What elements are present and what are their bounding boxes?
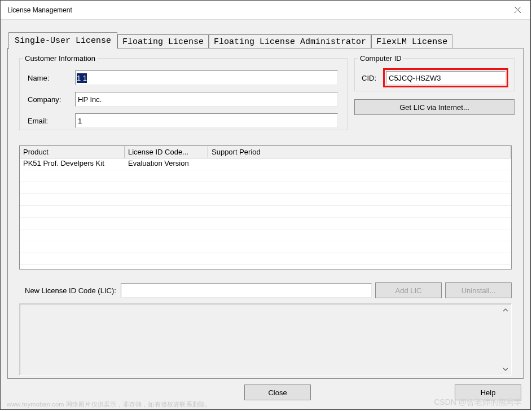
- col-product[interactable]: Product: [20, 146, 125, 158]
- table-row: [20, 194, 511, 206]
- col-lic[interactable]: License ID Code...: [125, 146, 208, 158]
- label-cid: CID:: [362, 74, 383, 82]
- tab-strip: Single-User License Floating License Flo…: [8, 32, 452, 48]
- table-row: [20, 218, 511, 229]
- name-field[interactable]: 1 1: [75, 70, 338, 85]
- message-panel: [19, 303, 512, 375]
- window: License Management Single-User License F…: [0, 0, 531, 410]
- uninstall-button[interactable]: Uninstall...: [445, 282, 512, 298]
- group-customer-info: Customer Information Name: 1 1 Company: …: [19, 54, 348, 130]
- close-icon[interactable]: [504, 1, 530, 19]
- label-name: Name:: [28, 74, 75, 82]
- scroll-up-icon[interactable]: [500, 305, 510, 315]
- label-new-lic: New License ID Code (LIC):: [25, 286, 116, 295]
- new-lic-field[interactable]: [121, 283, 372, 298]
- tab-panel: Customer Information Name: 1 1 Company: …: [7, 48, 524, 379]
- email-field[interactable]: [75, 113, 338, 128]
- col-support[interactable]: Support Period: [208, 146, 511, 158]
- label-company: Company:: [28, 95, 75, 104]
- table-row: [20, 229, 511, 241]
- grid-body: PK51 Prof. Develpers Kit Evaluation Vers…: [20, 158, 511, 269]
- add-lic-button[interactable]: Add LIC: [375, 282, 442, 298]
- table-row: [20, 253, 511, 265]
- close-button[interactable]: Close: [244, 385, 311, 400]
- table-row[interactable]: PK51 Prof. Develpers Kit Evaluation Vers…: [20, 158, 511, 170]
- table-row: [20, 206, 511, 218]
- watermark-right: CSDN @曾老师的熊同学: [434, 397, 522, 408]
- table-row: [20, 182, 511, 194]
- window-title: License Management: [7, 6, 72, 14]
- tab-floating-admin[interactable]: Floating License Administrator: [209, 34, 371, 48]
- group-computer-id: Computer ID CID:: [354, 54, 515, 91]
- cid-field[interactable]: [386, 71, 505, 85]
- table-row: [20, 170, 511, 182]
- titlebar: License Management: [1, 1, 530, 20]
- grid-header: Product License ID Code... Support Perio…: [20, 146, 511, 158]
- company-field[interactable]: [75, 92, 338, 107]
- new-lic-row: New License ID Code (LIC): Add LIC Unins…: [25, 282, 512, 299]
- legend-computer: Computer ID: [358, 54, 403, 63]
- cell-product: PK51 Prof. Develpers Kit: [20, 158, 125, 170]
- table-row: [20, 241, 511, 253]
- cell-support: [208, 158, 511, 170]
- tab-floating[interactable]: Floating License: [117, 34, 209, 48]
- scroll-down-icon[interactable]: [500, 364, 510, 374]
- name-value-selected: 1 1: [77, 73, 87, 83]
- tab-flexlm[interactable]: FlexLM License: [371, 34, 452, 48]
- cid-highlight-box: [383, 68, 508, 87]
- cell-lic: Evaluation Version: [125, 158, 208, 170]
- client-area: Single-User License Floating License Flo…: [1, 20, 530, 409]
- label-email: Email:: [28, 117, 75, 125]
- legend-customer: Customer Information: [23, 54, 97, 63]
- tab-single-user[interactable]: Single-User License: [8, 32, 117, 49]
- get-lic-button[interactable]: Get LIC via Internet...: [354, 99, 515, 115]
- watermark-left: www.toymoban.com 网络图片仅供展示，非存储，如有侵权请联系删除。: [7, 400, 211, 409]
- product-grid[interactable]: Product License ID Code... Support Perio…: [19, 145, 512, 269]
